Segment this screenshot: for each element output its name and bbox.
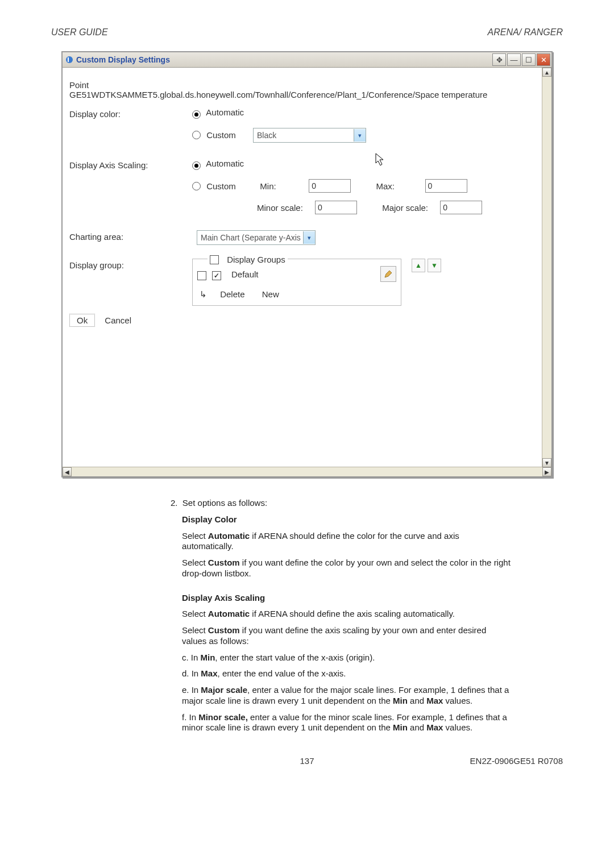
check-display-groups-header[interactable] xyxy=(210,255,219,264)
input-major-scale[interactable]: 0 xyxy=(440,201,482,214)
scroll-down-icon[interactable]: ▼ xyxy=(542,458,551,467)
doc-number: EN2Z-0906GE51 R0708 xyxy=(470,756,563,766)
dropdown-color-arrow[interactable]: ▾ xyxy=(354,129,366,142)
window-title: Custom Display Settings xyxy=(76,55,492,64)
ok-button[interactable]: Ok xyxy=(69,314,95,327)
app-icon xyxy=(65,55,74,64)
label-display-color: Display color: xyxy=(69,107,192,119)
radio-color-automatic-label: Automatic xyxy=(206,107,244,117)
radio-axis-automatic-label: Automatic xyxy=(206,159,244,168)
point-path: GE51WDTKSAMMET5.global.ds.honeywell.com/… xyxy=(69,90,546,99)
radio-color-custom[interactable] xyxy=(192,131,201,139)
heading-axis-scaling: Display Axis Scaling xyxy=(182,593,265,603)
radio-axis-custom-label: Custom xyxy=(206,181,258,191)
window-maximize-button[interactable]: ☐ xyxy=(522,53,536,66)
input-max[interactable]: 0 xyxy=(425,179,467,193)
horizontal-scrollbar[interactable]: ◀ ▶ xyxy=(63,467,551,476)
svg-point-0 xyxy=(66,56,73,63)
legend-display-groups: Display Groups xyxy=(227,255,285,264)
header-left: USER GUIDE xyxy=(51,27,108,38)
label-minor-scale: Minor scale: xyxy=(257,203,312,213)
label-charting-area: Charting area: xyxy=(69,230,192,242)
redo-icon: ↳ xyxy=(200,289,207,299)
edit-group-button[interactable] xyxy=(380,266,396,282)
svg-rect-1 xyxy=(68,57,69,62)
check-default-enabled[interactable]: ✓ xyxy=(212,271,221,280)
scroll-right-icon[interactable]: ▶ xyxy=(542,467,551,476)
dropdown-color-value[interactable]: Black xyxy=(257,131,354,140)
radio-color-automatic[interactable] xyxy=(192,110,201,119)
page-number: 137 xyxy=(300,756,314,766)
check-default-row-select[interactable] xyxy=(197,271,206,280)
input-min[interactable]: 0 xyxy=(309,179,351,193)
move-up-button[interactable]: ▲ xyxy=(412,259,425,272)
cancel-button[interactable]: Cancel xyxy=(97,314,139,327)
point-label: Point xyxy=(69,80,546,90)
document-instructions: 2. Set options as follows: Display Color… xyxy=(171,498,512,733)
radio-color-custom-label: Custom xyxy=(206,130,236,140)
vertical-scrollbar[interactable]: ▲ ▼ xyxy=(542,68,551,467)
dropdown-charting-value[interactable]: Main Chart (Separate y-Axis xyxy=(201,233,303,242)
label-min: Min: xyxy=(260,181,305,191)
header-right: ARENA/ RANGER xyxy=(488,27,563,38)
dropdown-charting-arrow[interactable]: ▾ xyxy=(303,231,315,244)
step2-intro: Set options as follows: xyxy=(182,498,267,508)
groupbox-display-groups: Display Groups ✓ Default xyxy=(192,259,401,306)
window-close-button[interactable]: ✕ xyxy=(537,53,550,66)
window-custom-display-settings: Custom Display Settings ✥ — ☐ ✕ Point GE… xyxy=(61,51,553,477)
cursor-icon xyxy=(375,153,387,170)
move-down-button[interactable]: ▼ xyxy=(428,259,441,272)
titlebar[interactable]: Custom Display Settings ✥ — ☐ ✕ xyxy=(63,52,551,68)
new-group-button[interactable]: New xyxy=(255,288,287,301)
input-minor-scale[interactable]: 0 xyxy=(315,201,357,214)
label-axis-scaling: Display Axis Scaling: xyxy=(69,159,192,170)
delete-group-button[interactable]: Delete xyxy=(213,288,252,301)
default-group-label: Default xyxy=(231,269,380,279)
heading-display-color: Display Color xyxy=(182,514,237,524)
radio-axis-custom[interactable] xyxy=(192,182,201,190)
label-major-scale: Major scale: xyxy=(382,203,437,213)
window-minimize-button[interactable]: — xyxy=(507,53,521,66)
window-pin-button[interactable]: ✥ xyxy=(492,53,506,66)
scroll-up-icon[interactable]: ▲ xyxy=(542,68,551,77)
radio-axis-automatic[interactable] xyxy=(192,161,201,170)
scroll-left-icon[interactable]: ◀ xyxy=(63,467,72,476)
label-display-group: Display group: xyxy=(69,259,192,270)
label-max: Max: xyxy=(376,181,422,191)
